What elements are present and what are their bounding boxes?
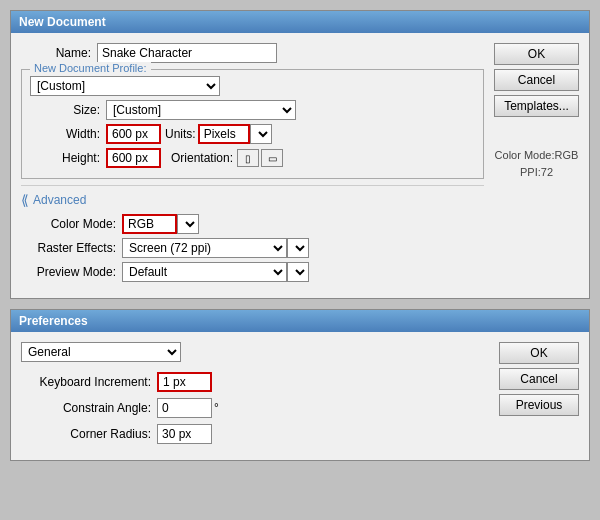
constrain-label: Constrain Angle: (21, 401, 151, 415)
ppi-info: PPI:72 (494, 164, 579, 181)
advanced-chevron-icon: ⟪ (21, 192, 29, 208)
new-document-dialog: New Document Name: New Document Profile:… (10, 10, 590, 299)
keyboard-input[interactable] (157, 372, 212, 392)
color-info: Color Mode:RGB PPI:72 (494, 147, 579, 180)
width-input[interactable] (106, 124, 161, 144)
height-row: Height: Orientation: ▯ ▭ (30, 148, 475, 168)
size-label: Size: (30, 103, 100, 117)
new-document-main: Name: New Document Profile: [Custom] Siz… (21, 43, 484, 288)
width-row: Width: Units: ▼ (30, 124, 475, 144)
preferences-cancel-button[interactable]: Cancel (499, 368, 579, 390)
new-document-buttons: OK Cancel Templates... (494, 43, 579, 117)
new-document-cancel-button[interactable]: Cancel (494, 69, 579, 91)
corner-radius-row: Corner Radius: (21, 424, 489, 444)
new-document-ok-button[interactable]: OK (494, 43, 579, 65)
profile-section: New Document Profile: [Custom] Size: [Cu… (21, 69, 484, 179)
color-mode-row: Color Mode: ▼ (21, 214, 484, 234)
raster-effects-row: Raster Effects: Screen (72 ppi) ▼ (21, 238, 484, 258)
units-input[interactable] (198, 124, 250, 144)
orientation-label: Orientation: (171, 151, 233, 165)
color-mode-info: Color Mode:RGB (494, 147, 579, 164)
preview-select[interactable]: Default (122, 262, 287, 282)
name-label: Name: (21, 46, 91, 60)
keyboard-increment-row: Keyboard Increment: (21, 372, 489, 392)
advanced-label: Advanced (33, 193, 86, 207)
profile-section-label: New Document Profile: (30, 62, 151, 74)
preview-chevron[interactable]: ▼ (287, 262, 309, 282)
preview-mode-row: Preview Mode: Default ▼ (21, 262, 484, 282)
color-mode-label: Color Mode: (21, 217, 116, 231)
size-select[interactable]: [Custom] (106, 100, 296, 120)
preferences-category-row: General Selection & Anchor Display Type … (21, 342, 489, 362)
corner-label: Corner Radius: (21, 427, 151, 441)
color-mode-select[interactable]: ▼ (177, 214, 199, 234)
advanced-section: ⟪ Advanced Color Mode: ▼ Raster Effects:… (21, 185, 484, 282)
preview-label: Preview Mode: (21, 265, 116, 279)
units-label: Units: (165, 127, 196, 141)
degree-symbol: ° (214, 401, 219, 415)
corner-input[interactable] (157, 424, 212, 444)
height-label: Height: (30, 151, 100, 165)
units-select[interactable]: ▼ (250, 124, 272, 144)
width-label: Width: (30, 127, 100, 141)
preferences-title: Preferences (11, 310, 589, 332)
keyboard-label: Keyboard Increment: (21, 375, 151, 389)
constrain-angle-row: Constrain Angle: ° (21, 398, 489, 418)
templates-button[interactable]: Templates... (494, 95, 579, 117)
previous-button[interactable]: Previous (499, 394, 579, 416)
color-mode-input[interactable] (122, 214, 177, 234)
orientation-buttons: ▯ ▭ (237, 149, 283, 167)
preferences-dialog: Preferences General Selection & Anchor D… (10, 309, 590, 461)
preferences-buttons: OK Cancel Previous (499, 342, 579, 450)
name-row: Name: (21, 43, 484, 63)
height-input[interactable] (106, 148, 161, 168)
new-document-title: New Document (11, 11, 589, 33)
profile-select[interactable]: [Custom] (30, 76, 220, 96)
advanced-header[interactable]: ⟪ Advanced (21, 192, 484, 208)
raster-label: Raster Effects: (21, 241, 116, 255)
new-document-right: OK Cancel Templates... Color Mode:RGB PP… (494, 43, 579, 288)
size-row: Size: [Custom] (30, 100, 475, 120)
preferences-ok-button[interactable]: OK (499, 342, 579, 364)
profile-row: [Custom] (30, 76, 475, 96)
raster-select[interactable]: Screen (72 ppi) (122, 238, 287, 258)
preferences-main: General Selection & Anchor Display Type … (21, 342, 489, 450)
name-input[interactable] (97, 43, 277, 63)
preferences-category-select[interactable]: General Selection & Anchor Display Type … (21, 342, 181, 362)
constrain-input[interactable] (157, 398, 212, 418)
raster-chevron[interactable]: ▼ (287, 238, 309, 258)
landscape-button[interactable]: ▭ (261, 149, 283, 167)
portrait-button[interactable]: ▯ (237, 149, 259, 167)
